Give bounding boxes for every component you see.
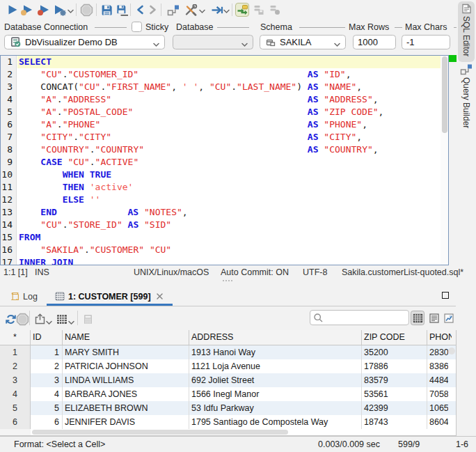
query-builder-button[interactable] <box>166 3 180 17</box>
editor-scrollbar-thumb[interactable] <box>442 56 447 133</box>
cell-address[interactable]: 1566 Inegl Manor <box>189 387 362 401</box>
toolbar-separator <box>130 3 131 16</box>
cell-phone[interactable]: 7058 <box>427 387 448 401</box>
commit-mode-button <box>268 3 282 17</box>
execute-buffer-button[interactable] <box>36 3 50 17</box>
cell-address[interactable]: 692 Joliet Street <box>189 373 362 387</box>
save-results-icon <box>253 4 265 15</box>
table-row[interactable]: 33LINDA WILLIAMS692 Joliet Street8357944… <box>0 373 456 387</box>
grid-options-chevron[interactable] <box>68 316 74 329</box>
row-number-cell[interactable]: 2 <box>0 359 31 373</box>
database-combobox[interactable] <box>173 35 253 49</box>
vertical-tab-query-builder[interactable]: Query Builder <box>458 61 475 134</box>
navigate-button[interactable] <box>210 3 224 17</box>
save-button[interactable] <box>100 3 113 17</box>
editor-tools-button[interactable] <box>184 3 198 17</box>
history-back-button[interactable] <box>133 3 147 17</box>
table-row[interactable]: 66JENNIFER DAVIS1795 Santiago de Compost… <box>0 415 456 429</box>
cell-id[interactable]: 1 <box>31 345 63 359</box>
cell-id[interactable]: 3 <box>31 373 63 387</box>
grid-options-button[interactable] <box>56 313 68 325</box>
grid-view-button[interactable] <box>411 311 425 325</box>
keep-connection-button[interactable] <box>235 3 249 17</box>
reload-button[interactable] <box>4 313 17 325</box>
sticky-checkbox[interactable] <box>132 22 142 32</box>
schema-combobox[interactable]: SAKILA <box>260 35 346 49</box>
splitter-handle[interactable] <box>223 280 232 281</box>
cell-id[interactable]: 6 <box>31 415 63 429</box>
cell-zip-code[interactable]: 17886 <box>362 359 427 373</box>
row-number-cell[interactable]: 3 <box>0 373 31 387</box>
result-tab-label: 1: CUSTOMER [599] <box>68 292 151 302</box>
cell-phone[interactable]: 8604 <box>427 415 448 429</box>
save-as-button[interactable] <box>116 3 129 17</box>
column-header-phone[interactable]: PHONE <box>427 330 452 345</box>
cell-address[interactable]: 1913 Hanoi Way <box>189 345 362 359</box>
table-row[interactable]: 44BARBARA JONES1566 Inegl Manor535617058 <box>0 387 456 401</box>
maximize-panel-icon[interactable] <box>442 292 449 299</box>
execute-current-button[interactable] <box>19 3 33 17</box>
chevron-down-icon[interactable] <box>68 6 74 13</box>
cell-phone[interactable]: 8386 <box>427 359 448 373</box>
search-input[interactable] <box>324 311 408 324</box>
column-header-name[interactable]: NAME <box>63 330 189 345</box>
chevron-down-icon[interactable] <box>199 6 206 13</box>
cell-id[interactable]: 5 <box>31 401 63 415</box>
grid-hscrollbar-thumb[interactable] <box>32 430 288 435</box>
cell-zip-code[interactable]: 35200 <box>362 345 427 359</box>
column-header-id[interactable]: ID <box>31 330 63 345</box>
row-number-cell[interactable]: 5 <box>0 401 31 415</box>
text-view-button[interactable] <box>427 311 441 325</box>
cell-zip-code[interactable]: 18743 <box>362 415 427 429</box>
execute-button[interactable] <box>6 3 19 17</box>
connection-combobox-value: DbVisualizer Demo DB <box>25 37 118 47</box>
editor-code-area[interactable]: SELECT "CU"."CUSTOMER_ID" AS "ID", CONCA… <box>17 56 441 265</box>
cell-name[interactable]: PATRICIA JOHNSON <box>63 359 189 373</box>
table-row[interactable]: 22PATRICIA JOHNSON1121 Loja Avenue178868… <box>0 359 456 373</box>
cell-address[interactable]: 1121 Loja Avenue <box>189 359 362 373</box>
chevron-down-icon[interactable] <box>223 6 230 13</box>
grid-horizontal-scrollbar[interactable] <box>0 429 456 435</box>
row-filler <box>448 401 456 415</box>
table-row[interactable]: 11MARY SMITH1913 Hanoi Way352002830 <box>0 345 456 359</box>
column-header-address[interactable]: ADDRESS <box>189 330 362 345</box>
max-chars-input[interactable]: -1 <box>402 35 450 49</box>
grid-search-field[interactable] <box>310 310 409 325</box>
cell-id[interactable]: 2 <box>31 359 63 373</box>
result-tab-log[interactable]: Log <box>10 287 38 306</box>
vertical-tab-sql-editor[interactable]: SQL Editor <box>458 1 475 62</box>
code-line-13: END AS "NOTES", <box>17 206 441 219</box>
cell-id[interactable]: 4 <box>31 387 63 401</box>
cell-phone[interactable]: 1065 <box>427 401 448 415</box>
row-number-cell[interactable]: 6 <box>0 415 31 429</box>
cell-name[interactable]: ELIZABETH BROWN <box>63 401 189 415</box>
cell-zip-code[interactable]: 53561 <box>362 387 427 401</box>
editor-vertical-scrollbar[interactable] <box>441 56 448 265</box>
chart-view-button[interactable] <box>442 311 456 325</box>
run-buffer-icon <box>37 4 50 16</box>
cell-name[interactable]: JENNIFER DAVIS <box>63 415 189 429</box>
connection-combobox[interactable]: DbVisualizer Demo DB <box>4 35 165 49</box>
cell-address[interactable]: 53 Idfu Parkway <box>189 401 362 415</box>
cell-name[interactable]: LINDA WILLIAMS <box>63 373 189 387</box>
export-grid-button[interactable] <box>33 313 46 325</box>
max-rows-input[interactable]: 1000 <box>353 35 396 49</box>
grid-vscrollbar-thumb[interactable] <box>448 348 455 354</box>
cell-phone[interactable]: 2830 <box>427 345 448 359</box>
cell-name[interactable]: BARBARA JONES <box>63 387 189 401</box>
column-header-zip-code[interactable]: ZIP CODE <box>362 330 427 345</box>
close-icon[interactable] <box>156 293 164 300</box>
cell-name[interactable]: MARY SMITH <box>63 345 189 359</box>
sql-editor[interactable]: 1234567891011121314151617 SELECT "CU"."C… <box>0 55 449 265</box>
column-header--[interactable]: * <box>0 330 31 345</box>
cell-zip-code[interactable]: 42399 <box>362 401 427 415</box>
cell-address[interactable]: 1795 Santiago de Compostela Way <box>189 415 362 429</box>
cell-phone[interactable]: 4484 <box>427 373 448 387</box>
table-row[interactable]: 55ELIZABETH BROWN53 Idfu Parkway42399106… <box>0 401 456 415</box>
cell-zip-code[interactable]: 83579 <box>362 373 427 387</box>
row-number-cell[interactable]: 1 <box>0 345 31 359</box>
result-tab-customer[interactable]: 1: CUSTOMER [599] <box>55 287 164 306</box>
export-options-chevron[interactable] <box>45 316 52 329</box>
explain-plan-button[interactable] <box>53 3 67 17</box>
row-number-cell[interactable]: 4 <box>0 387 31 401</box>
